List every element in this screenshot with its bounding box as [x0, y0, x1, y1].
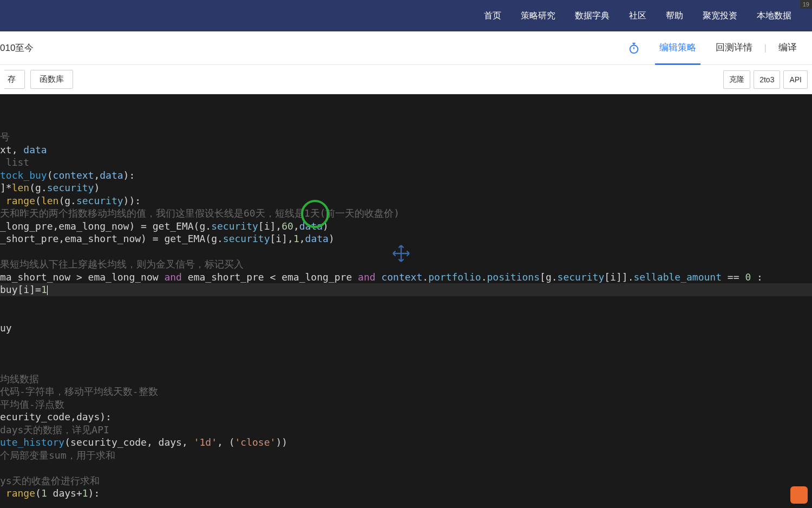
- tab-backtest-detail[interactable]: 回测详情: [711, 31, 757, 65]
- function-library-button[interactable]: 函数库: [30, 70, 73, 89]
- nav-data-dict[interactable]: 数据字典: [575, 10, 610, 22]
- editor-toolbar: 存 函数库 克隆 2to3 API: [0, 65, 812, 94]
- nav-local-data[interactable]: 本地数据: [757, 10, 791, 22]
- tab-divider: |: [764, 43, 767, 53]
- stopwatch-icon[interactable]: [628, 42, 640, 54]
- code-editor[interactable]: 号 xt, data list tock_buy(context,data): …: [0, 94, 812, 508]
- current-line: buy[i]=1: [0, 283, 812, 296]
- nav-home[interactable]: 首页: [484, 10, 501, 22]
- api-button[interactable]: API: [783, 70, 808, 89]
- code-comment: 号: [0, 131, 10, 142]
- move-cursor-icon: [368, 231, 388, 250]
- nav-strategy-research[interactable]: 策略研究: [521, 10, 555, 22]
- nav-jukuan-invest[interactable]: 聚宽投资: [703, 10, 737, 22]
- notification-badge: 19: [800, 0, 812, 9]
- nav-help[interactable]: 帮助: [666, 10, 683, 22]
- save-button-partial[interactable]: 存: [4, 70, 25, 89]
- top-navigation: 首页 策略研究 数据字典 社区 帮助 聚宽投资 本地数据: [0, 0, 812, 31]
- ime-indicator-icon: [790, 486, 808, 504]
- sub-header: 010至今 编辑策略 回测详情 | 编译: [0, 31, 812, 65]
- 2to3-button[interactable]: 2to3: [754, 70, 780, 89]
- nav-community[interactable]: 社区: [629, 10, 646, 22]
- clone-button[interactable]: 克隆: [723, 70, 750, 89]
- strategy-title: 010至今: [0, 42, 34, 54]
- tab-edit-strategy[interactable]: 编辑策略: [655, 31, 700, 65]
- tab-compile[interactable]: 编译: [774, 31, 801, 65]
